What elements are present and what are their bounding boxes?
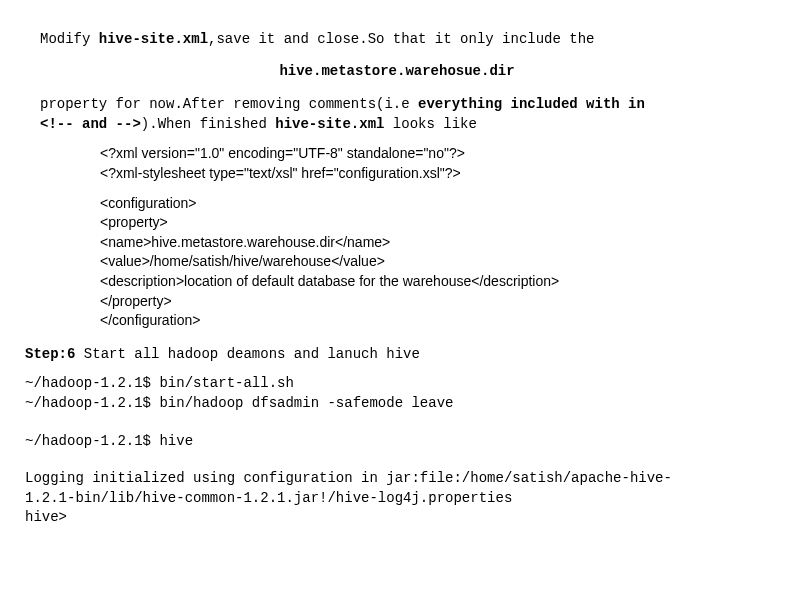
- para2-b: everything included with in: [418, 96, 645, 112]
- removal-paragraph: property for now.After removing comments…: [40, 95, 769, 134]
- step-6: Step:6 Start all hadoop deamons and lanu…: [25, 345, 769, 365]
- log-line-1: Logging initialized using configuration …: [25, 469, 769, 489]
- xml-config-block: <?xml version="1.0" encoding="UTF-8" sta…: [100, 144, 769, 330]
- step-6-text: Start all hadoop deamons and lanuch hive: [75, 346, 419, 362]
- intro-text-1: Modify: [40, 31, 99, 47]
- cmd-hive: ~/hadoop-1.2.1$ hive: [25, 432, 769, 452]
- config-key-heading: hive.metastore.warehosue.dir: [25, 62, 769, 82]
- xml-line-6: <value>/home/satish/hive/warehouse</valu…: [100, 252, 769, 272]
- xml-line-5: <name>hive.metastore.warehouse.dir</name…: [100, 233, 769, 253]
- para2-f: looks like: [384, 116, 476, 132]
- xml-line-9: </configuration>: [100, 311, 769, 331]
- hive-prompt: hive>: [25, 508, 769, 528]
- intro-filename: hive-site.xml: [99, 31, 208, 47]
- log-line-2: 1.2.1-bin/lib/hive-common-1.2.1.jar!/hiv…: [25, 489, 769, 509]
- step-6-label: Step:6: [25, 346, 75, 362]
- para2-a: property for now.After removing comments…: [40, 96, 418, 112]
- cmd-start-all: ~/hadoop-1.2.1$ bin/start-all.sh: [25, 374, 769, 394]
- xml-line-8: </property>: [100, 292, 769, 312]
- xml-line-4: <property>: [100, 213, 769, 233]
- xml-line-7: <description>location of default databas…: [100, 272, 769, 292]
- xml-line-1: <?xml version="1.0" encoding="UTF-8" sta…: [100, 144, 769, 164]
- para2-c: <!-- and -->: [40, 116, 141, 132]
- para2-d: ).When finished: [141, 116, 275, 132]
- xml-line-2: <?xml-stylesheet type="text/xsl" href="c…: [100, 164, 769, 184]
- xml-line-3: <configuration>: [100, 194, 769, 214]
- intro-paragraph: Modify hive-site.xml,save it and close.S…: [40, 30, 769, 50]
- cmd-safemode-leave: ~/hadoop-1.2.1$ bin/hadoop dfsadmin -saf…: [25, 394, 769, 414]
- para2-e: hive-site.xml: [275, 116, 384, 132]
- intro-text-2: ,save it and close.So that it only inclu…: [208, 31, 594, 47]
